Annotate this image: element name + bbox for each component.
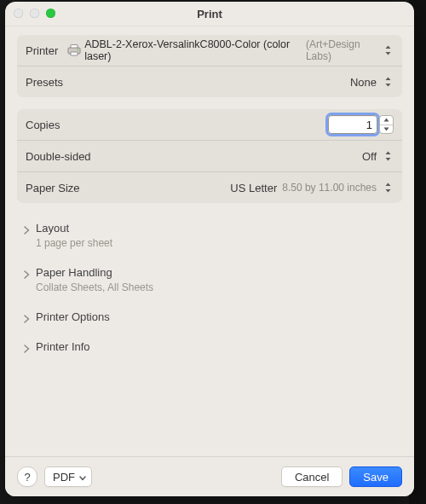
presets-row[interactable]: Presets None: [17, 66, 402, 97]
pdf-menu-button[interactable]: PDF: [44, 466, 92, 487]
paper-handling-section: Paper Handling Collate Sheets, All Sheet…: [19, 261, 400, 298]
copies-row: Copies: [17, 109, 402, 140]
stepper-down-icon[interactable]: [380, 125, 393, 134]
window-title: Print: [197, 8, 222, 20]
titlebar: Print: [5, 2, 414, 26]
layout-section: Layout 1 page per sheet: [19, 217, 400, 254]
updown-icon: [382, 148, 394, 164]
chevron-right-icon: [22, 224, 31, 233]
page-setup-group: Copies Double-sided Off: [17, 109, 402, 203]
chevron-right-icon: [22, 343, 31, 351]
copies-input[interactable]: [328, 115, 377, 134]
presets-value: None: [350, 76, 377, 89]
printer-location: (Art+Design Labs): [306, 38, 383, 62]
chevron-down-icon: [79, 471, 86, 484]
double-sided-row[interactable]: Double-sided Off: [17, 140, 402, 171]
layout-subtitle: 1 page per sheet: [36, 237, 397, 249]
double-sided-label: Double-sided: [26, 150, 91, 163]
printer-options-disclosure[interactable]: Printer Options: [22, 310, 397, 323]
paper-size-detail: 8.50 by 11.00 inches: [282, 182, 377, 194]
svg-point-3: [78, 49, 78, 49]
dialog-footer: ? PDF Cancel Save: [5, 456, 414, 496]
printer-info-title: Printer Info: [36, 340, 90, 353]
print-dialog: Print Printer ADBL-2-Xerox-VersalinkC800…: [5, 2, 414, 496]
updown-icon: [382, 180, 394, 195]
paper-handling-disclosure[interactable]: Paper Handling: [22, 266, 397, 279]
double-sided-value: Off: [362, 150, 377, 163]
paper-size-row[interactable]: Paper Size US Letter 8.50 by 11.00 inche…: [17, 171, 402, 203]
printer-info-section: Printer Info: [19, 335, 400, 358]
svg-rect-2: [71, 52, 78, 55]
printer-icon: [67, 44, 81, 56]
paper-handling-subtitle: Collate Sheets, All Sheets: [36, 281, 397, 293]
close-window-button[interactable]: [14, 9, 23, 18]
paper-size-label: Paper Size: [26, 182, 80, 194]
printer-info-disclosure[interactable]: Printer Info: [22, 340, 397, 353]
layout-disclosure[interactable]: Layout: [22, 222, 397, 235]
window-controls: [14, 9, 55, 18]
printer-row[interactable]: Printer ADBL-2-Xerox-VersalinkC8000-Colo…: [17, 35, 402, 66]
minimize-window-button: [30, 9, 39, 18]
zoom-window-button[interactable]: [46, 9, 55, 18]
chevron-right-icon: [22, 269, 31, 277]
copies-stepper[interactable]: [379, 115, 394, 134]
printer-options-section: Printer Options: [19, 305, 400, 328]
layout-title: Layout: [36, 222, 69, 235]
copies-label: Copies: [26, 119, 60, 131]
paper-handling-title: Paper Handling: [36, 266, 112, 279]
printer-label: Printer: [26, 44, 58, 57]
help-button[interactable]: ?: [17, 466, 37, 487]
dialog-body: Printer ADBL-2-Xerox-VersalinkC8000-Colo…: [5, 26, 414, 456]
chevron-right-icon: [22, 313, 31, 322]
cancel-button[interactable]: Cancel: [281, 466, 343, 487]
printer-group: Printer ADBL-2-Xerox-VersalinkC8000-Colo…: [17, 35, 402, 97]
save-button[interactable]: Save: [349, 466, 402, 487]
cancel-label: Cancel: [295, 471, 329, 484]
save-label: Save: [363, 471, 389, 484]
pdf-label: PDF: [53, 471, 75, 484]
stepper-up-icon[interactable]: [380, 116, 393, 125]
options-list: Layout 1 page per sheet Paper Handling C…: [17, 215, 402, 358]
paper-size-value: US Letter: [230, 182, 277, 194]
help-icon: ?: [24, 471, 30, 484]
presets-label: Presets: [26, 76, 63, 89]
printer-options-title: Printer Options: [36, 310, 110, 323]
printer-name: ADBL-2-Xerox-VersalinkC8000-Color (color…: [84, 38, 302, 62]
updown-icon: [382, 74, 394, 90]
updown-icon: [383, 43, 394, 58]
